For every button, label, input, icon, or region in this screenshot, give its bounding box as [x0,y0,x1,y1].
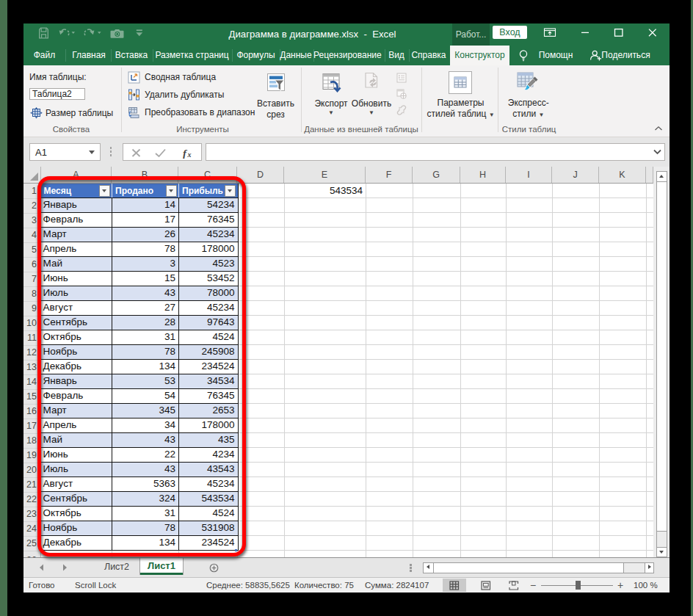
svg-text:x: x [187,151,192,159]
